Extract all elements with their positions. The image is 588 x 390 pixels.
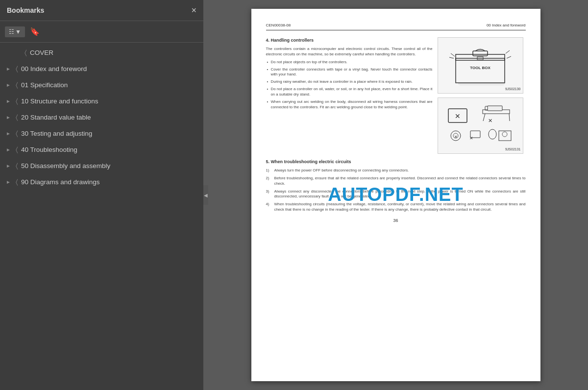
- sidebar-item-label: 50 Disassembly and assembly: [21, 162, 110, 170]
- page-header-left: CEN00038-08: [266, 23, 291, 28]
- svg-line-5: [451, 53, 455, 56]
- svg-rect-2: [473, 51, 488, 56]
- image1-caption: 9JS02130: [505, 87, 521, 92]
- sidebar-item-label: 01 Specification: [21, 81, 68, 89]
- expand-arrow-icon: ►: [6, 147, 13, 152]
- section4-bullet-4: Do not place a controller on oil, water,…: [266, 87, 433, 98]
- controller-image: ✕ ✕ ✕: [438, 98, 523, 154]
- sidebar: Bookmarks × ☷ ▼ 🔖 〈 COVER ► 〈 00 Index a…: [0, 0, 203, 390]
- page-header: CEN00038-08 00 Index and foreword: [266, 23, 526, 30]
- main-content: CEN00038-08 00 Index and foreword 4. Han…: [203, 0, 588, 390]
- svg-rect-1: [456, 54, 505, 60]
- section5-item-2: 2) Before troubleshooting, ensure that a…: [266, 176, 526, 187]
- section4-content: 4. Handling controllers The controllers …: [266, 37, 526, 154]
- list-icon: ☷: [9, 28, 14, 35]
- item-text: Always connect any disconnected the conn…: [274, 189, 526, 200]
- sidebar-header: Bookmarks ×: [0, 0, 203, 21]
- bookmark-button[interactable]: 🔖: [28, 25, 42, 38]
- section4-bullet-3: During rainy weather, do not leave a con…: [266, 79, 433, 85]
- pdf-page: CEN00038-08 00 Index and foreword 4. Han…: [251, 9, 540, 381]
- bookmark-marker-icon: 〈: [16, 81, 18, 89]
- svg-line-15: [483, 114, 485, 121]
- svg-point-25: [502, 132, 507, 137]
- expand-arrow-icon: ►: [6, 163, 13, 169]
- bookmark-list: 〈 COVER ► 〈 00 Index and foreword ► 〈 01…: [0, 43, 203, 390]
- sidebar-item-20[interactable]: ► 〈 20 Standard value table: [0, 109, 203, 125]
- bookmark-marker-icon: 〈: [16, 129, 18, 138]
- sidebar-item-50[interactable]: ► 〈 50 Disassembly and assembly: [0, 158, 203, 174]
- svg-text:✕: ✕: [469, 136, 473, 141]
- section4-text: 4. Handling controllers The controllers …: [266, 37, 433, 154]
- section5-title: 5. When troubleshooting electric circuit…: [266, 159, 526, 165]
- sidebar-item-00[interactable]: ► 〈 00 Index and foreword: [0, 61, 203, 77]
- item-number: 4): [266, 202, 272, 213]
- page-header-right: 00 Index and foreword: [487, 23, 526, 28]
- bookmark-marker-icon: 〈: [16, 162, 18, 170]
- item-number: 2): [266, 176, 272, 187]
- section5-item-1: 1) Always turn the power OFF before disc…: [266, 168, 526, 173]
- svg-text:✕: ✕: [488, 118, 492, 123]
- expand-arrow-icon: ►: [6, 98, 13, 104]
- sidebar-item-label: 10 Structure and functions: [21, 98, 98, 105]
- section4-intro: The controllers contain a microcomputer …: [266, 47, 433, 57]
- bookmark-marker-icon: 〈: [16, 178, 18, 186]
- section5-item-3: 3) Always connect any disconnected the c…: [266, 189, 526, 200]
- item-text: When troubleshooting circuits (measuring…: [274, 202, 526, 213]
- bookmark-marker-icon: 〈: [16, 65, 18, 73]
- item-text: Always turn the power OFF before disconn…: [274, 168, 409, 173]
- page-area: CEN00038-08 00 Index and foreword 4. Han…: [203, 0, 588, 390]
- expand-arrow-icon: ►: [6, 82, 13, 88]
- sidebar-title: Bookmarks: [7, 6, 44, 14]
- sidebar-item-label: COVER: [30, 49, 53, 56]
- section5: 5. When troubleshooting electric circuit…: [266, 159, 526, 213]
- bookmark-marker-icon: 〈: [16, 113, 18, 122]
- svg-rect-17: [488, 106, 502, 111]
- sidebar-item-label: 30 Testing and adjusting: [21, 130, 92, 137]
- section5-item-4: 4) When troubleshooting circuits (measur…: [266, 202, 526, 213]
- sidebar-item-label: 20 Standard value table: [21, 114, 91, 121]
- svg-line-7: [506, 50, 510, 53]
- toolbox-svg: TOOL BOX: [446, 44, 514, 88]
- sidebar-item-30[interactable]: ► 〈 30 Testing and adjusting: [0, 125, 203, 142]
- sidebar-item-label: 00 Index and foreword: [21, 65, 87, 73]
- expand-arrow-icon: ►: [6, 179, 13, 185]
- section4-bullet-1: Do not place objects on top of the contr…: [266, 60, 433, 65]
- page-number: 36: [266, 218, 526, 224]
- sidebar-item-40[interactable]: ► 〈 40 Troubleshooting: [0, 142, 203, 158]
- image2-caption: 9JS02131: [505, 147, 521, 152]
- section4-bullet-5: When carrying out arc welding on the bod…: [266, 99, 433, 110]
- section4-title: 4. Handling controllers: [266, 37, 433, 44]
- sidebar-toolbar: ☷ ▼ 🔖: [0, 21, 203, 43]
- svg-line-8: [507, 56, 511, 58]
- dropdown-arrow-icon: ▼: [15, 28, 21, 35]
- expand-arrow-icon: ►: [6, 115, 13, 120]
- list-view-button[interactable]: ☷ ▼: [5, 26, 25, 37]
- controller-svg: ✕ ✕ ✕: [446, 104, 514, 148]
- sidebar-item-01[interactable]: ► 〈 01 Specification: [0, 77, 203, 93]
- item-number: 3): [266, 189, 272, 200]
- sidebar-item-label: 40 Troubleshooting: [21, 146, 77, 153]
- expand-arrow-icon: [14, 50, 21, 55]
- svg-text:✕: ✕: [455, 112, 461, 120]
- svg-line-6: [449, 57, 454, 58]
- svg-rect-24: [499, 131, 511, 141]
- item-text: Before troubleshooting, ensure that all …: [274, 176, 526, 187]
- svg-text:TOOL BOX: TOOL BOX: [470, 66, 490, 70]
- svg-rect-0: [456, 58, 505, 83]
- sidebar-collapse-handle[interactable]: ◀: [203, 185, 208, 205]
- sidebar-item-10[interactable]: ► 〈 10 Structure and functions: [0, 93, 203, 109]
- item-number: 1): [266, 168, 272, 173]
- bookmark-marker-icon: 〈: [16, 146, 18, 154]
- bookmark-marker-icon: 〈: [24, 49, 27, 57]
- expand-arrow-icon: ►: [6, 131, 13, 136]
- sidebar-item-cover[interactable]: 〈 COVER: [0, 45, 203, 61]
- sidebar-item-90[interactable]: ► 〈 90 Diagrams and drawings: [0, 174, 203, 190]
- expand-arrow-icon: ►: [6, 66, 13, 72]
- section4-images: TOOL BOX 9JS02130: [438, 37, 526, 154]
- sidebar-item-label: 90 Diagrams and drawings: [21, 178, 100, 186]
- svg-point-23: [489, 129, 496, 139]
- bookmark-marker-icon: 〈: [16, 97, 18, 105]
- close-button[interactable]: ×: [191, 6, 196, 15]
- svg-line-16: [509, 114, 510, 121]
- toolbox-image: TOOL BOX 9JS02130: [438, 37, 523, 94]
